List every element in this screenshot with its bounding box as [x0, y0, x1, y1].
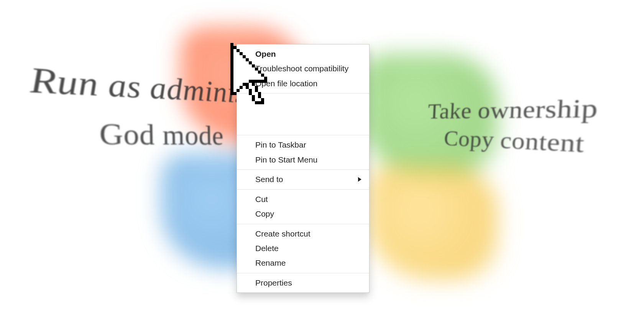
menu-item-open[interactable]: Open — [237, 47, 369, 61]
menu-item-properties[interactable]: Properties — [237, 276, 369, 290]
menu-label: Create shortcut — [255, 228, 310, 240]
menu-item-copy[interactable]: Copy — [237, 207, 369, 221]
menu-item-send-to[interactable]: Send to — [237, 172, 369, 187]
menu-label: Pin to Taskbar — [255, 139, 306, 151]
context-menu: Open Troubleshoot compatibility Open fil… — [237, 44, 370, 293]
menu-label: Copy — [255, 208, 274, 220]
menu-label: Open — [255, 48, 276, 60]
menu-label: Rename — [255, 257, 286, 269]
menu-label: Open file location — [255, 78, 317, 89]
menu-item-rename[interactable]: Rename — [237, 256, 369, 270]
menu-item-cut[interactable]: Cut — [237, 192, 369, 207]
menu-item-delete[interactable]: Delete — [237, 241, 369, 256]
menu-item-create-shortcut[interactable]: Create shortcut — [237, 227, 369, 241]
menu-label: Delete — [255, 243, 279, 254]
menu-label: Cut — [255, 194, 268, 205]
submenu-arrow-icon — [358, 177, 361, 182]
menu-label: Send to — [255, 174, 283, 185]
menu-label: Troubleshoot compatibility — [255, 63, 348, 74]
menu-item-open-file-location[interactable]: Open file location — [237, 76, 369, 91]
menu-item-pin-to-start-menu[interactable]: Pin to Start Menu — [237, 153, 369, 167]
menu-item-blank-region[interactable] — [237, 96, 369, 133]
menu-label: Pin to Start Menu — [255, 154, 317, 166]
menu-label: Properties — [255, 277, 292, 289]
menu-item-troubleshoot-compatibility[interactable]: Troubleshoot compatibility — [237, 61, 369, 76]
menu-item-pin-to-taskbar[interactable]: Pin to Taskbar — [237, 138, 369, 152]
